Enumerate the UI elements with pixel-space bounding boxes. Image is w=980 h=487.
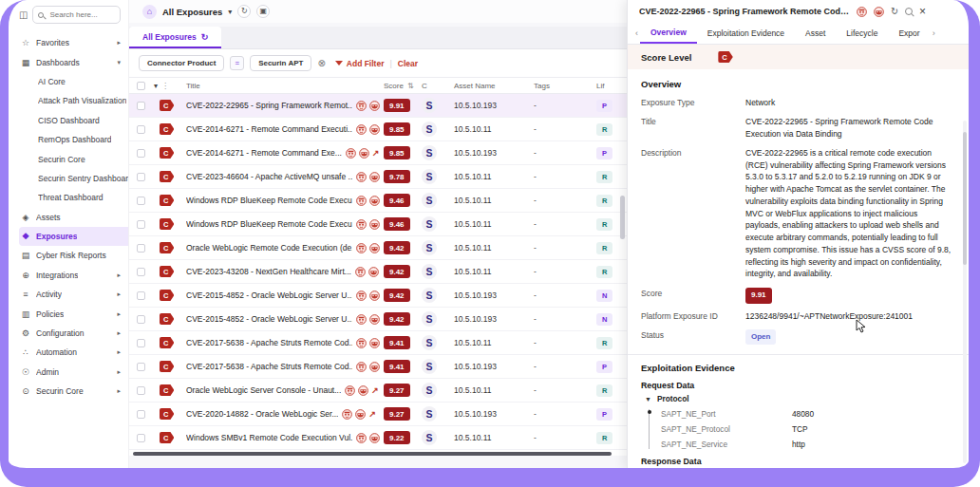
- row-title[interactable]: CVE-2014-6271 - Remote Command Executi..…: [186, 124, 352, 134]
- table-row[interactable]: CCVE-2017-5638 - Apache Struts Remote Co…: [129, 355, 653, 379]
- asset-name[interactable]: 10.5.10.11: [454, 219, 534, 229]
- sidebar-item-favorites[interactable]: ☆Favorites▸: [19, 33, 128, 52]
- asset-name[interactable]: 10.5.10.11: [454, 267, 534, 276]
- panel-tab-asset[interactable]: Asset: [795, 22, 836, 44]
- sidebar-collapse-icon[interactable]: ◫: [19, 9, 28, 20]
- sidebar-item-securin-sentry-dashboard[interactable]: Securin Sentry Dashboard: [19, 169, 128, 188]
- panel-tab-exploitation-evidence[interactable]: Exploitation Evidence: [697, 22, 795, 44]
- save-view-button[interactable]: ▣: [256, 5, 270, 18]
- table-row[interactable]: CWindows RDP BlueKeep Remote Code Execu.…: [129, 213, 653, 236]
- row-title[interactable]: Windows SMBv1 Remote Code Execution Vul.…: [186, 433, 352, 442]
- row-title[interactable]: CVE-2017-5638 - Apache Struts Remote Cod…: [186, 362, 352, 371]
- asset-name[interactable]: 10.5.10.193: [454, 148, 534, 158]
- add-filter-button[interactable]: Add Filter: [335, 59, 385, 68]
- row-title[interactable]: CVE-2023-43208 - NextGen Healthcare Mirt…: [186, 267, 351, 276]
- row-title[interactable]: CVE-2023-46604 - Apache ActiveMQ unsafe …: [186, 172, 352, 181]
- table-row[interactable]: CWindows RDP BlueKeep Remote Code Execu.…: [129, 189, 653, 213]
- table-row[interactable]: CCVE-2023-46604 - Apache ActiveMQ unsafe…: [129, 165, 653, 189]
- select-all-checkbox[interactable]: [137, 82, 145, 90]
- panel-tab-lifecycle[interactable]: Lifecycle: [836, 22, 888, 44]
- close-icon[interactable]: ×: [919, 6, 926, 17]
- expand-all-icon[interactable]: ▾: [154, 82, 158, 90]
- row-checkbox[interactable]: [137, 339, 145, 347]
- table-row[interactable]: CCVE-2017-5638 - Apache Struts Remote Co…: [129, 331, 653, 355]
- row-checkbox[interactable]: [137, 315, 145, 324]
- table-row[interactable]: CCVE-2015-4852 - Oracle WebLogic Server …: [129, 308, 653, 331]
- table-row[interactable]: CCVE-2014-6271 - Remote Command Executi.…: [129, 118, 653, 141]
- panel-tab-expor[interactable]: Expor: [888, 22, 930, 44]
- sidebar-item-automation[interactable]: ∴Automation▸: [19, 343, 128, 362]
- tabs-scroll-left-icon[interactable]: ‹: [633, 22, 640, 44]
- asset-name[interactable]: 10.5.10.193: [454, 290, 534, 300]
- row-checkbox[interactable]: [137, 363, 145, 371]
- status-badge[interactable]: Open: [745, 329, 776, 345]
- column-connector[interactable]: C: [422, 82, 454, 90]
- row-title[interactable]: CVE-2017-5638 - Apache Struts Remote Cod…: [186, 338, 352, 347]
- filter-field-chip[interactable]: Connector Product: [139, 55, 224, 71]
- sidebar-item-securin-core[interactable]: ⊙Securin Core▸: [19, 382, 128, 401]
- panel-search-icon[interactable]: [905, 8, 913, 15]
- asset-name[interactable]: 10.5.10.193: [454, 101, 534, 110]
- row-title[interactable]: CVE-2020-14882 - Oracle WebLogic Ser...: [186, 409, 338, 419]
- sidebar-item-dashboards[interactable]: ▦Dashboards▾: [19, 52, 128, 71]
- column-asset-name[interactable]: Asset Name: [454, 82, 534, 90]
- row-checkbox[interactable]: [137, 102, 145, 110]
- sidebar-item-ciso-dashboard[interactable]: CISO Dashboard: [19, 111, 128, 130]
- row-title[interactable]: CVE-2015-4852 - Oracle WebLogic Server U…: [186, 314, 352, 324]
- row-title[interactable]: CVE-2015-4852 - Oracle WebLogic Server U…: [186, 290, 352, 300]
- tabs-scroll-right-icon[interactable]: ›: [931, 22, 937, 44]
- sidebar-item-remops-dashboard[interactable]: RemOps Dashboard: [19, 130, 128, 149]
- table-row[interactable]: COracle WebLogic Server Console - Unaut.…: [129, 379, 653, 403]
- asset-name[interactable]: 10.5.10.11: [454, 172, 534, 181]
- row-title[interactable]: Oracle WebLogic Remote Code Execution (d…: [186, 243, 352, 253]
- horizontal-scrollbar[interactable]: [133, 452, 612, 456]
- column-score[interactable]: Score⇅: [384, 82, 422, 90]
- row-checkbox[interactable]: [137, 268, 145, 276]
- row-checkbox[interactable]: [137, 197, 145, 205]
- protocol-group[interactable]: ▼ Protocol: [645, 394, 952, 403]
- tab-all-exposures[interactable]: All Exposures ↻: [129, 27, 221, 48]
- asset-name[interactable]: 10.5.10.11: [454, 124, 534, 134]
- asset-name[interactable]: 10.5.10.11: [454, 433, 534, 442]
- panel-scrollbar-thumb[interactable]: [963, 132, 967, 265]
- filter-value-chip[interactable]: Securin APT: [250, 55, 311, 71]
- sidebar-item-integrations[interactable]: ⊕Integrations▸: [19, 266, 128, 285]
- clear-filters-button[interactable]: Clear: [398, 59, 418, 68]
- sidebar-item-activity[interactable]: ≡Activity▸: [19, 285, 128, 304]
- remove-filter-icon[interactable]: ⊗: [317, 59, 325, 68]
- table-row[interactable]: CWindows SMBv1 Remote Code Execution Vul…: [129, 426, 653, 450]
- sort-icon[interactable]: ⇅: [407, 82, 414, 90]
- panel-refresh-icon[interactable]: ↻: [891, 7, 898, 16]
- asset-name[interactable]: 10.5.10.11: [454, 338, 534, 347]
- asset-name[interactable]: 10.5.10.11: [454, 385, 534, 395]
- sidebar-item-admin[interactable]: ☉Admin▸: [19, 363, 128, 382]
- row-title[interactable]: CVE-2022-22965 - Spring Framework Remot.…: [186, 101, 352, 110]
- row-title[interactable]: Windows RDP BlueKeep Remote Code Execu..…: [186, 219, 352, 229]
- column-title[interactable]: Title: [186, 82, 384, 90]
- row-checkbox[interactable]: [137, 125, 145, 134]
- column-tags[interactable]: Tags: [534, 82, 596, 90]
- table-row[interactable]: CCVE-2014-6271 - Remote Command Exe...↗9…: [129, 141, 653, 165]
- asset-name[interactable]: 10.5.10.193: [454, 314, 534, 324]
- table-row[interactable]: CCVE-2020-14882 - Oracle WebLogic Ser...…: [129, 403, 653, 426]
- asset-name[interactable]: 10.5.10.11: [454, 196, 534, 205]
- row-checkbox[interactable]: [137, 149, 145, 158]
- sidebar-item-threat-dashboard[interactable]: Threat Dashboard: [19, 188, 128, 207]
- sidebar-item-cyber-risk-reports[interactable]: ▤Cyber Risk Reports: [19, 246, 128, 265]
- search-input[interactable]: [47, 9, 115, 20]
- row-checkbox[interactable]: [137, 173, 145, 181]
- row-title[interactable]: Oracle WebLogic Server Console - Unaut..…: [186, 385, 341, 395]
- refresh-view-button[interactable]: ↻: [237, 5, 251, 18]
- table-row[interactable]: CCVE-2015-4852 - Oracle WebLogic Server …: [129, 284, 653, 308]
- sidebar-item-policies[interactable]: ▥Policies▸: [19, 304, 128, 323]
- chevron-down-icon[interactable]: ▾: [228, 8, 232, 16]
- asset-name[interactable]: 10.5.10.193: [454, 409, 534, 419]
- table-row[interactable]: CCVE-2023-43208 - NextGen Healthcare Mir…: [129, 260, 653, 284]
- row-checkbox[interactable]: [137, 434, 145, 442]
- table-row[interactable]: CCVE-2022-22965 - Spring Framework Remot…: [129, 94, 653, 118]
- sidebar-item-securin-core[interactable]: Securin Core: [19, 149, 128, 168]
- row-checkbox[interactable]: [137, 291, 145, 300]
- sidebar-item-attack-path-visualization[interactable]: Attack Path Visualization: [19, 91, 128, 110]
- table-row[interactable]: COracle WebLogic Remote Code Execution (…: [129, 236, 653, 260]
- sidebar-item-assets[interactable]: ◈Assets: [19, 208, 128, 227]
